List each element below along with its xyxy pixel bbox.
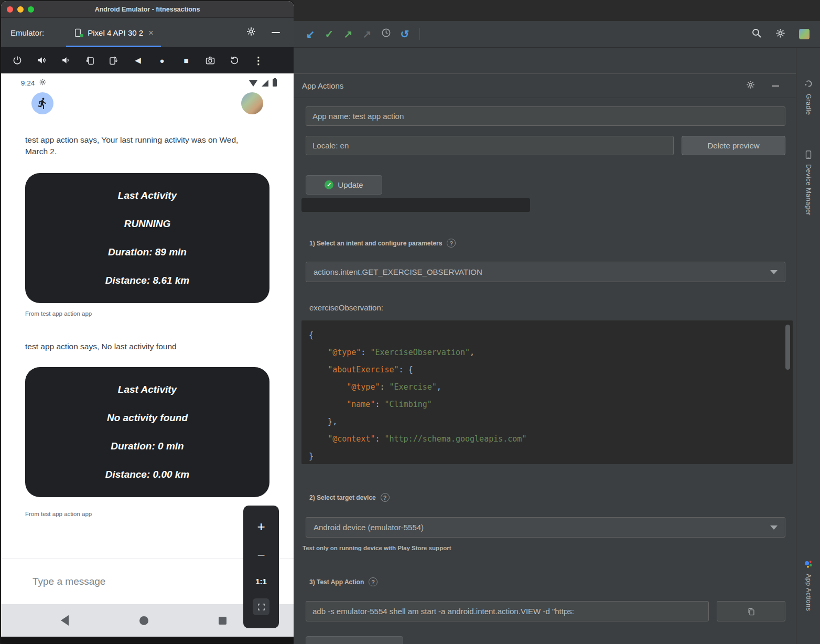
zoom-out-button[interactable]: − <box>257 548 265 564</box>
profile-image-icon[interactable] <box>799 29 810 39</box>
volume-up-icon[interactable] <box>29 55 53 66</box>
commit-icon[interactable]: ✓ <box>320 28 339 40</box>
emulator-settings-gear-icon[interactable] <box>246 27 256 38</box>
ide-main-toolbar: ↙ ✓ ↗ ↗ ↺ <box>294 21 820 48</box>
panel-settings-gear-icon[interactable] <box>746 80 755 91</box>
target-device-value: Android device (emulator-5554) <box>314 523 424 532</box>
card-line: No activity found <box>25 404 269 432</box>
dimmed-status-row <box>301 198 530 212</box>
rotate-right-icon[interactable] <box>102 55 126 66</box>
phone-statusbar: 9:24 <box>21 78 277 88</box>
app-name-field[interactable]: App name: test app action <box>306 106 785 126</box>
chevron-down-icon <box>770 270 778 274</box>
message-input[interactable]: Type a message <box>33 576 105 587</box>
minimize-window-button[interactable] <box>17 6 24 13</box>
overview-icon[interactable]: ■ <box>174 56 198 65</box>
rotate-left-icon[interactable] <box>78 55 102 66</box>
ide-top-strip <box>294 0 820 21</box>
device-phone-icon <box>73 28 82 37</box>
close-tab-icon[interactable]: × <box>148 28 154 37</box>
push-icon[interactable]: ↗ <box>339 28 358 40</box>
fit-to-window-button[interactable] <box>253 598 269 615</box>
step-1-text: 1) Select an intent and configure parame… <box>309 240 442 247</box>
help-icon[interactable] <box>447 239 456 248</box>
device-manager-label: Device Manager <box>805 164 812 216</box>
home-icon[interactable]: ● <box>150 56 174 65</box>
more-options-icon[interactable]: ⋮ <box>246 55 271 67</box>
gradle-label: Gradle <box>805 94 812 115</box>
rollback-icon[interactable]: ↺ <box>395 28 414 40</box>
push-disabled-icon: ↗ <box>358 28 376 40</box>
activity-card-running: Last Activity RUNNING Duration: 89 min D… <box>25 173 269 303</box>
step-2-label: 2) Select target device <box>309 493 390 502</box>
emulator-titlebar: Android Emulator - fitnessactions <box>1 1 294 18</box>
app-actions-panel: App Actions App name: test app action Lo… <box>294 48 796 644</box>
card-line: Last Activity <box>25 181 269 210</box>
code-line: } <box>309 448 793 465</box>
copy-command-button[interactable] <box>717 601 785 621</box>
assistant-bot-avatar <box>31 92 53 114</box>
card-line: Distance: 8.61 km <box>25 266 269 295</box>
code-line: "@type": "Exercise", <box>309 379 793 396</box>
code-scrollbar-thumb[interactable] <box>785 325 790 370</box>
adb-command-field[interactable]: adb -s emulator-5554 shell am start -a a… <box>306 601 709 621</box>
nav-overview-button[interactable] <box>219 617 226 625</box>
step-3-label: 3) Test App Action <box>309 577 377 586</box>
app-actions-label: App Actions <box>805 574 812 611</box>
minimize-panel-icon[interactable] <box>272 32 280 33</box>
from-app-label: From test app action app <box>25 511 92 517</box>
history-clock-icon[interactable] <box>376 28 395 40</box>
code-line: }, <box>309 413 793 431</box>
close-window-button[interactable] <box>7 6 13 13</box>
tab-pixel-4-api-30[interactable]: Pixel 4 API 30 2 × <box>66 18 161 47</box>
device-online-dot <box>80 34 83 37</box>
intent-dropdown-value: actions.intent.GET_EXERCISE_OBSERVATION <box>314 267 482 276</box>
intent-dropdown[interactable]: actions.intent.GET_EXERCISE_OBSERVATION <box>306 262 785 282</box>
locale-field[interactable]: Locale: en <box>306 136 674 155</box>
partially-visible-button[interactable] <box>306 636 403 644</box>
assistant-message: test app action says, No last activity f… <box>25 341 255 352</box>
step-1-label: 1) Select an intent and configure parame… <box>309 239 456 248</box>
emulator-zoom-panel: + − 1:1 <box>243 506 279 628</box>
delete-preview-button[interactable]: Delete preview <box>682 136 785 155</box>
nav-home-button[interactable] <box>139 616 148 625</box>
frame-icon <box>257 603 265 611</box>
tool-window-app-actions[interactable]: App Actions <box>803 559 813 611</box>
tool-window-device-manager[interactable]: Device Manager <box>804 150 813 216</box>
emulator-window: Android Emulator - fitnessactions Emulat… <box>1 1 294 643</box>
status-time: 9:24 <box>21 79 35 87</box>
update-button[interactable]: ✓ Update <box>306 175 382 195</box>
nav-back-button[interactable] <box>61 615 69 626</box>
from-app-label: From test app action app <box>25 310 92 317</box>
code-line: { <box>309 327 793 344</box>
help-icon[interactable] <box>381 493 390 502</box>
json-parameter-editor[interactable]: { "@type": "ExerciseObservation", "about… <box>301 320 793 464</box>
target-device-dropdown[interactable]: Android device (emulator-5554) <box>306 517 785 538</box>
parameter-name-label: exerciseObservation: <box>309 303 383 312</box>
hide-panel-icon[interactable] <box>772 85 779 87</box>
power-icon[interactable] <box>5 55 29 66</box>
window-title: Android Emulator - fitnessactions <box>1 6 294 13</box>
zoom-in-button[interactable]: + <box>257 519 265 535</box>
user-avatar <box>241 92 263 114</box>
back-icon[interactable]: ◀ <box>126 56 150 65</box>
toolbar-separator <box>419 28 420 40</box>
step-2-text: 2) Select target device <box>309 494 376 501</box>
snapshot-icon[interactable] <box>222 55 246 66</box>
update-project-icon[interactable]: ↙ <box>301 28 320 40</box>
search-icon[interactable] <box>751 28 762 40</box>
panel-header: App Actions <box>294 74 796 98</box>
card-line: RUNNING <box>25 210 269 238</box>
device-note: Test only on running device with Play St… <box>303 545 451 551</box>
fullscreen-window-button[interactable] <box>28 6 34 13</box>
help-icon[interactable] <box>369 577 377 586</box>
camera-icon[interactable] <box>198 55 222 66</box>
volume-down-icon[interactable] <box>53 55 78 66</box>
wifi-icon <box>249 80 257 87</box>
screenshot-root: Android Emulator - fitnessactions Emulat… <box>0 0 820 644</box>
status-gear-icon <box>39 78 46 88</box>
tool-window-stripe: Gradle Device Manager App Actions <box>796 48 820 644</box>
ide-settings-gear-icon[interactable] <box>775 28 785 40</box>
zoom-reset-button[interactable]: 1:1 <box>255 577 267 586</box>
tool-window-gradle[interactable]: Gradle <box>803 79 813 115</box>
